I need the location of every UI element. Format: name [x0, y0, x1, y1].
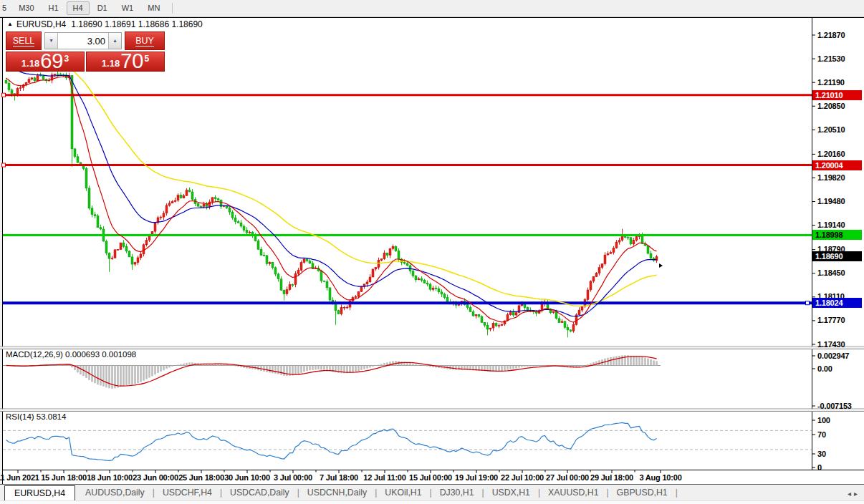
chart-ohlc-label: 1.18690 1.18691 1.18686 1.18690	[71, 19, 203, 29]
chevron-up-icon: ▴	[113, 37, 116, 44]
time-axis-label: 18 Jun 10:00	[87, 473, 133, 482]
time-axis-label: 12 Jul 11:00	[363, 473, 405, 482]
indicator-axis-label: 30	[817, 450, 826, 458]
price-axis-label: 1.20510	[817, 125, 845, 134]
time-axis-label: 27 Jul 00:00	[546, 473, 589, 482]
indicator-axis-label: 100	[817, 416, 830, 425]
price-axis-label: 1.20160	[817, 150, 845, 158]
chart-title: ▲EURUSD,H41.18690 1.18691 1.18686 1.1869…	[7, 19, 203, 29]
volume-input[interactable]	[58, 33, 108, 49]
time-axis-label: 25 Jun 18:00	[178, 473, 224, 482]
one-click-trading-panel: SELL ▾ ▴ BUY 1.18693 1.18705	[6, 32, 165, 72]
sell-button[interactable]: SELL	[6, 32, 42, 50]
timeframe-toolbar: 5M30H1H4D1W1MN	[0, 0, 864, 17]
chart-symbol-label: EURUSD,H4	[16, 19, 66, 29]
toolbar-separator	[172, 3, 173, 14]
tab-gbpusd-h1[interactable]: GBPUSD,H1	[609, 485, 676, 500]
sell-price-display[interactable]: 1.18693	[6, 52, 85, 72]
tab-scroll-arrows: ◂▸	[848, 490, 860, 498]
indicator-axis-label: 0.00	[817, 364, 832, 373]
price-axis-label: 1.21530	[817, 54, 845, 63]
time-axis-label: 29 Jul 18:00	[590, 473, 633, 482]
current-price-badge: 1.18690	[812, 251, 862, 261]
buy-price-display[interactable]: 1.18705	[86, 52, 165, 72]
price-level-badge-1.18998: 1.18998	[812, 230, 862, 240]
timeframe-button-h1[interactable]: H1	[42, 1, 65, 15]
tab-usdcnh-daily[interactable]: USDCNH,Daily	[299, 485, 375, 500]
timeframe-button-5[interactable]: 5	[0, 1, 11, 15]
time-axis-label: 30 Jun 10:00	[224, 473, 270, 482]
time-axis-label: 3 Jul 00:00	[274, 473, 312, 482]
tab-scroll-left-icon[interactable]: ◂	[848, 490, 854, 498]
volume-spinner: ▾ ▴	[44, 32, 122, 49]
time-axis-label: 3 Aug 10:00	[639, 473, 681, 482]
volume-increase-button[interactable]: ▴	[108, 33, 121, 49]
tab-audusd-daily[interactable]: AUDUSD,Daily	[77, 485, 153, 500]
time-axis-label: 11 Jun 2021	[0, 473, 39, 482]
indicator-axis-label: 70	[817, 430, 826, 439]
timeframe-button-d1[interactable]: D1	[91, 1, 114, 15]
price-level-badge-1.18024: 1.18024	[812, 298, 862, 308]
tab-xauusd-h1[interactable]: XAUUSD,H1	[540, 485, 606, 500]
rsi-indicator-label: RSI(14) 53.0814	[6, 412, 66, 421]
chart-tab-bar: EURUSD,H4AUDUSD,Daily|USDCHF,H4|USDCAD,D…	[0, 485, 864, 504]
price-axis-label: 1.20850	[817, 102, 845, 110]
tab-ukoil-h1[interactable]: UKOil,H1	[377, 485, 429, 500]
chart-background	[3, 18, 864, 485]
time-axis-label: 19 Jul 19:00	[455, 473, 498, 482]
tab-dj30-h1[interactable]: DJ30,H1	[432, 485, 482, 500]
tab-usdchf-h4[interactable]: USDCHF,H4	[155, 485, 220, 500]
indicator-axis-label: 0.002947	[817, 352, 849, 360]
price-level-badge-1.20004: 1.20004	[812, 160, 862, 170]
price-axis-label: 1.19140	[817, 220, 845, 229]
time-axis-label: 15 Jun 18:00	[41, 473, 87, 482]
chevron-down-icon: ▾	[49, 37, 52, 44]
tab-usdcad-daily[interactable]: USDCAD,Daily	[222, 485, 297, 500]
price-axis-label: 1.21190	[817, 78, 845, 87]
price-axis-label: 1.19820	[817, 173, 845, 182]
price-level-badge-1.21010: 1.21010	[812, 90, 862, 100]
chart-collapse-icon[interactable]: ▲	[7, 21, 13, 27]
timeframe-button-h4[interactable]: H4	[67, 1, 90, 15]
time-axis-label: 7 Jul 18:00	[320, 473, 358, 482]
indicator-axis-label: -0.007153	[817, 402, 852, 410]
tab-bar-substrip	[0, 500, 864, 504]
time-axis-label: 15 Jul 00:00	[409, 473, 452, 482]
tab-eurusd-h4[interactable]: EURUSD,H4	[4, 485, 75, 502]
price-axis-label: 1.21870	[817, 31, 845, 39]
price-axis-label: 1.17430	[817, 340, 845, 349]
indicator-axis-label: 0	[817, 463, 822, 472]
price-axis-label: 1.18450	[817, 268, 845, 277]
tab-usdx-h1[interactable]: USDX,H1	[484, 485, 538, 500]
timeframe-button-m30[interactable]: M30	[12, 1, 40, 15]
volume-decrease-button[interactable]: ▾	[45, 33, 58, 49]
timeframe-button-mn[interactable]: MN	[141, 1, 166, 15]
price-axis-label: 1.17770	[817, 316, 845, 324]
timeframe-button-w1[interactable]: W1	[115, 1, 140, 15]
macd-indicator-label: MACD(12,26,9) 0.000693 0.001098	[6, 350, 136, 359]
time-axis-label: 23 Jun 00:00	[133, 473, 178, 482]
time-axis-label: 22 Jul 10:00	[501, 473, 544, 482]
tab-scroll-right-icon[interactable]: ▸	[854, 490, 860, 498]
price-axis-label: 1.19480	[817, 197, 845, 205]
tab-divider: |	[676, 485, 678, 500]
buy-button[interactable]: BUY	[125, 32, 165, 50]
